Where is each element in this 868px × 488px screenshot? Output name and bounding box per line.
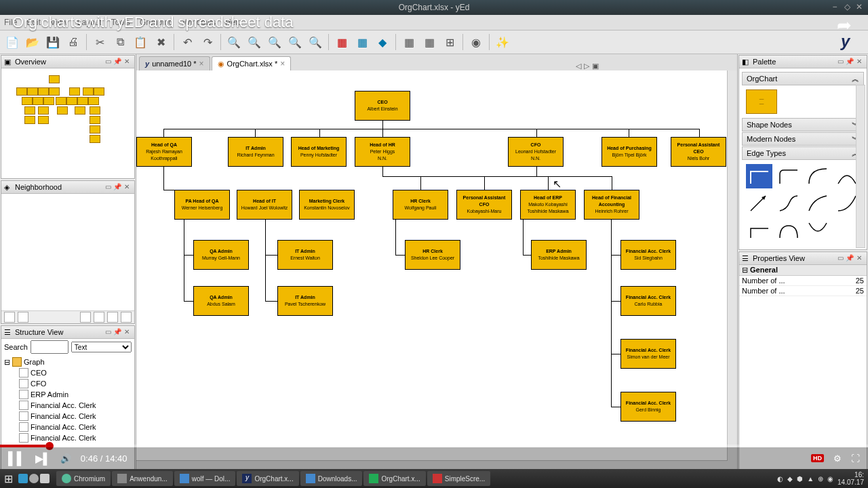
org-node[interactable]: Head of PurchasingBjörn Tipel Björk: [601, 137, 657, 167]
taskbar-launcher-icon[interactable]: [18, 474, 28, 483]
open-icon[interactable]: 📂: [23, 33, 42, 52]
org-node[interactable]: ERP AdminToshihide Maskawa: [531, 240, 587, 270]
panel-dock-icon[interactable]: ▭: [835, 254, 845, 262]
panel-close-icon[interactable]: ✕: [122, 328, 132, 336]
maximize-icon[interactable]: ◇: [842, 2, 852, 12]
prop-row[interactable]: Number of ...25: [739, 276, 867, 286]
settings-icon[interactable]: ⚙: [833, 453, 842, 464]
taskbar-item[interactable]: yOrgChart.x...: [237, 471, 298, 486]
taskbar-item[interactable]: OrgChart.x...: [363, 471, 425, 486]
canvas-scroll-v[interactable]: [727, 70, 737, 470]
tab-next-icon[interactable]: ▷: [584, 62, 589, 70]
edge-type-ortho[interactable]: [746, 164, 772, 188]
edge-type[interactable]: [746, 218, 772, 243]
hd-badge[interactable]: HD: [811, 454, 824, 462]
palette-scroll[interactable]: [856, 85, 865, 248]
fullscreen-icon[interactable]: ⛶: [851, 453, 860, 464]
delete-icon[interactable]: ✖: [151, 33, 170, 52]
group-icon[interactable]: ◉: [467, 33, 486, 52]
palette-section-edge[interactable]: Edge Types︽: [742, 146, 864, 160]
zoom-out-icon[interactable]: 🔍: [245, 33, 264, 52]
play-pause-icon[interactable]: ▌▌: [8, 451, 26, 466]
org-node[interactable]: PA Head of QAWerner Heisenberg: [174, 190, 230, 220]
search-input[interactable]: [31, 340, 68, 354]
org-node[interactable]: HR ClerkWolfgang Pauli: [393, 190, 448, 220]
neigh-tool-icon[interactable]: [94, 312, 104, 323]
prop-group[interactable]: General: [750, 266, 778, 274]
edge-type[interactable]: [804, 164, 831, 188]
org-node[interactable]: IT AdminRichard Feynman: [228, 137, 283, 167]
tray-clock[interactable]: 16:14.07.17: [837, 471, 864, 486]
palette-section-orgchart[interactable]: OrgChart︽: [742, 72, 864, 85]
tab-prev-icon[interactable]: ◁: [576, 62, 581, 70]
save-icon[interactable]: 💾: [43, 33, 62, 52]
route-icon[interactable]: ◆: [373, 33, 392, 52]
org-node[interactable]: Head of Financial AccountingHeinrich Roh…: [584, 190, 639, 220]
new-icon[interactable]: 📄: [3, 33, 22, 52]
panel-dock-icon[interactable]: ▭: [835, 58, 845, 66]
org-node[interactable]: CFOLeonard HofstadterN.N.: [508, 137, 564, 167]
org-node[interactable]: QA AdminAbdus Salam: [193, 286, 249, 316]
copy-icon[interactable]: ⧉: [111, 33, 130, 52]
edge-type[interactable]: [746, 191, 772, 216]
tray-icon[interactable]: ⬢: [797, 475, 803, 483]
taskbar-item[interactable]: wolf — Dol...: [174, 471, 236, 486]
neigh-tool-icon[interactable]: [4, 312, 15, 323]
taskbar-item[interactable]: SimpleScre...: [427, 471, 490, 486]
panel-close-icon[interactable]: ✕: [854, 58, 864, 66]
overview-minimap[interactable]: [1, 68, 134, 178]
org-node[interactable]: Personal Assistant CEONiels Bohr: [671, 137, 726, 167]
edge-type[interactable]: [775, 164, 802, 188]
panel-pin-icon[interactable]: 📌: [113, 328, 122, 336]
org-node[interactable]: IT AdminPavel Tscherenkow: [277, 286, 333, 316]
taskbar-item[interactable]: Chromium: [56, 471, 111, 486]
neighborhood-canvas[interactable]: [1, 194, 134, 310]
start-menu-icon[interactable]: ⊞: [4, 472, 13, 485]
neigh-tool-icon[interactable]: [18, 312, 28, 323]
neigh-tool-icon[interactable]: [107, 312, 118, 323]
grid-icon[interactable]: ▦: [420, 33, 439, 52]
org-node[interactable]: IT AdminErnest Walton: [277, 240, 333, 270]
undo-icon[interactable]: ↶: [178, 33, 197, 52]
next-icon[interactable]: ▶▌: [35, 452, 51, 465]
tab-list-icon[interactable]: ▣: [592, 62, 599, 70]
org-node[interactable]: HR ClerkSheldon Lee Cooper: [405, 240, 460, 270]
org-node[interactable]: Head of MarketingPenny Hofstadter: [291, 137, 347, 167]
panel-pin-icon[interactable]: 📌: [113, 58, 122, 66]
neigh-tool-icon[interactable]: [121, 312, 132, 323]
panel-close-icon[interactable]: ✕: [122, 58, 132, 66]
taskbar-launcher-icon[interactable]: [29, 474, 39, 483]
org-node[interactable]: Marketing ClerkKonstantin Novoselov: [299, 190, 355, 220]
tab-close-icon[interactable]: ×: [280, 59, 285, 68]
org-node[interactable]: Head of ITHoward Joel Wolowitz: [237, 190, 292, 220]
org-node[interactable]: Financial Acc. ClerkCarlo Rubbia: [620, 286, 676, 316]
neigh-tool-icon[interactable]: [80, 312, 91, 323]
tab-unnamed[interactable]: yunnamed10 *×: [139, 56, 210, 70]
org-node[interactable]: Personal Assistant CFOKobayashi-Maru: [456, 190, 512, 220]
tray-icon[interactable]: ◉: [827, 475, 833, 483]
taskbar-item[interactable]: Anwendun...: [112, 471, 173, 486]
panel-close-icon[interactable]: ✕: [854, 254, 864, 262]
org-node[interactable]: Head of QARajesh Ramayan Koothrappali: [136, 137, 192, 167]
volume-icon[interactable]: 🔊: [60, 453, 71, 464]
zoom-sel-icon[interactable]: 🔍: [285, 33, 304, 52]
org-node[interactable]: Head of HRPeter HiggsN.N.: [355, 137, 410, 167]
palette-section-shape[interactable]: Shape Nodes︾: [742, 118, 864, 131]
share-icon[interactable]: ➦: [837, 15, 852, 36]
paste-icon[interactable]: 📋: [131, 33, 150, 52]
panel-pin-icon[interactable]: 📌: [113, 183, 122, 191]
redo-icon[interactable]: ↷: [198, 33, 217, 52]
prop-row[interactable]: Number of ...25: [739, 286, 867, 296]
minimize-icon[interactable]: −: [830, 2, 840, 12]
layout-icon[interactable]: ▦: [353, 33, 372, 52]
panel-pin-icon[interactable]: 📌: [845, 58, 854, 66]
panel-pin-icon[interactable]: 📌: [845, 254, 854, 262]
print-icon[interactable]: 🖨: [64, 33, 83, 52]
panel-dock-icon[interactable]: ▭: [103, 58, 113, 66]
edge-type[interactable]: [804, 218, 831, 243]
tray-icon[interactable]: ▲: [807, 475, 814, 483]
zoom-100-icon[interactable]: 🔍: [306, 33, 325, 52]
panel-dock-icon[interactable]: ▭: [103, 328, 113, 336]
select-mode-icon[interactable]: ▦: [399, 33, 418, 52]
wand-icon[interactable]: ✨: [493, 33, 512, 52]
